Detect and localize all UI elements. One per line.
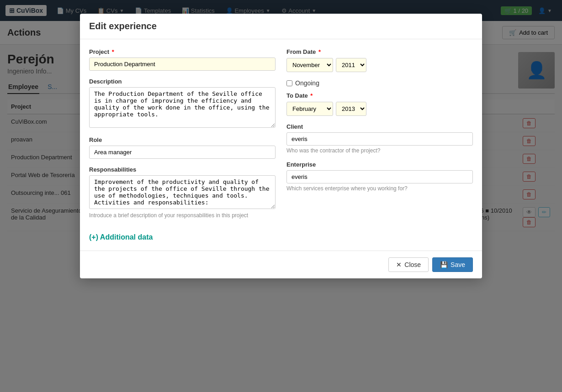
description-textarea[interactable]: The Production Department of the Seville… (89, 87, 276, 128)
project-input[interactable] (89, 57, 276, 71)
ongoing-group: Ongoing (286, 79, 473, 87)
ongoing-label: Ongoing (295, 79, 319, 87)
enterprise-group: Enterprise Which services enterprise whe… (286, 161, 473, 192)
client-hint: Who was the contractor of the project? (286, 147, 473, 154)
client-input[interactable] (286, 132, 473, 146)
enterprise-input[interactable] (286, 170, 473, 183)
to-month-select[interactable]: JanuaryFebruaryMarchAprilMayJuneJulyAugu… (286, 102, 333, 116)
modal-header: Edit experience (80, 14, 482, 39)
to-date-group: To Date * JanuaryFebruaryMarchAprilMayJu… (286, 92, 473, 116)
enterprise-hint: Which services enterprise where you work… (286, 185, 473, 192)
client-group: Client Who was the contractor of the pro… (286, 123, 473, 154)
description-group: Description The Production Department of… (89, 78, 276, 129)
from-date-group: From Date * JanuaryFebruaryMarchAprilMay… (286, 48, 473, 72)
role-label: Role (89, 136, 276, 143)
from-date-label: From Date * (286, 48, 473, 55)
responsibilities-label: Responsabilities (89, 166, 276, 173)
from-date-required: * (318, 48, 321, 55)
role-group: Role (89, 136, 276, 159)
responsibilities-hint: Introduce a brief description of your re… (89, 212, 276, 219)
edit-experience-modal: Edit experience Project * Description Th… (80, 14, 482, 239)
modal-overlay: Edit experience Project * Description Th… (0, 0, 562, 239)
modal-body: Project * Description The Production Dep… (80, 39, 482, 239)
client-label: Client (286, 123, 473, 130)
from-year-select[interactable]: 2008200920102011201220132014201520162017… (336, 58, 366, 72)
additional-data-toggle[interactable]: (+) Additional data (89, 233, 473, 239)
to-date-required: * (310, 92, 313, 99)
responsibilities-group: Responsabilities Improvement of the prod… (89, 166, 276, 219)
project-label: Project * (89, 48, 276, 55)
responsibilities-textarea[interactable]: Improvement of the productivity and qual… (89, 175, 276, 209)
to-date-label: To Date * (286, 92, 473, 99)
project-group: Project * (89, 48, 276, 71)
ongoing-checkbox[interactable] (286, 80, 292, 86)
from-month-select[interactable]: JanuaryFebruaryMarchAprilMayJuneJulyAugu… (286, 58, 333, 72)
to-year-select[interactable]: 2008200920102011201220132014201520162017… (336, 102, 366, 116)
description-label: Description (89, 78, 276, 85)
enterprise-label: Enterprise (286, 161, 473, 168)
modal-title: Edit experience (89, 21, 157, 31)
project-required: * (112, 48, 114, 55)
role-input[interactable] (89, 146, 276, 159)
